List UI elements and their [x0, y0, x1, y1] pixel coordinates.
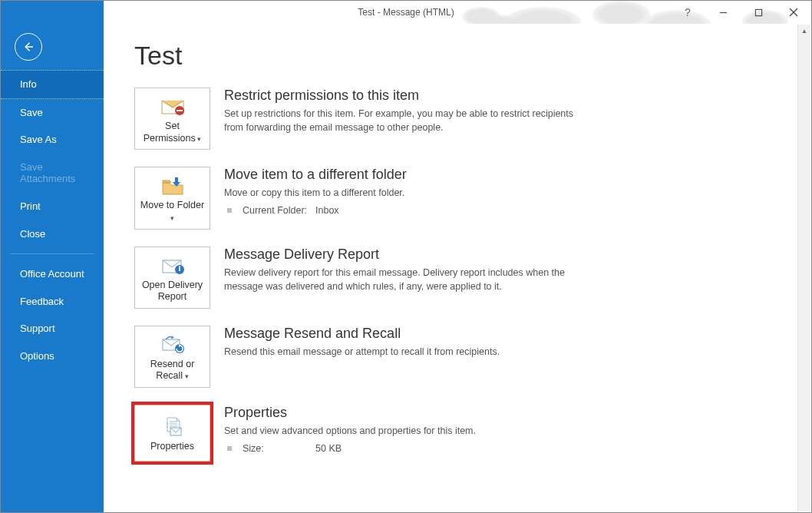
svg-point-23	[167, 426, 168, 428]
open-delivery-report-button[interactable]: Open Delivery Report	[134, 247, 210, 309]
section-title: Message Resend and Recall	[224, 326, 592, 342]
backstage-content: Test Set Permissions Restrict permission…	[104, 24, 811, 512]
sidebar-item-feedback[interactable]: Feedback	[1, 288, 104, 316]
kv-value: 50 KB	[315, 441, 342, 456]
section-kv-list: Size: 50 KB	[224, 441, 592, 456]
sidebar-item-save-attachments: Save Attachments	[1, 154, 104, 193]
minimize-icon	[719, 8, 728, 17]
section-resend-recall: Resend or Recall Message Resend and Reca…	[134, 326, 781, 388]
svg-point-22	[167, 423, 168, 425]
bullet-icon	[227, 208, 232, 213]
sidebar-separator	[10, 253, 94, 254]
section-desc: Resend this email message or attempt to …	[224, 345, 592, 359]
resend-recall-icon	[160, 334, 186, 356]
section-restrict-permissions: Set Permissions Restrict permissions to …	[134, 88, 781, 150]
move-to-folder-button[interactable]: Move to Folder	[134, 167, 210, 229]
sidebar-item-print[interactable]: Print	[1, 193, 104, 220]
back-button[interactable]	[15, 33, 42, 61]
section-delivery-report: Open Delivery Report Message Delivery Re…	[134, 247, 781, 309]
vertical-scrollbar[interactable]: ▲	[797, 25, 810, 511]
sidebar-item-label: Close	[20, 228, 45, 240]
kv-key: Current Folder:	[243, 203, 315, 218]
title-bar-blue-corner	[1, 1, 104, 24]
sidebar-item-save-as[interactable]: Save As	[1, 126, 104, 154]
set-permissions-button[interactable]: Set Permissions	[134, 88, 210, 150]
section-title: Message Delivery Report	[224, 247, 592, 263]
section-desc: Review delivery report for this email me…	[224, 266, 592, 293]
kv-value: Inbox	[315, 203, 339, 218]
sidebar-item-label: Support	[20, 323, 55, 334]
sidebar-item-office-account[interactable]: Office Account	[1, 260, 104, 288]
sidebar-item-save[interactable]: Save	[1, 99, 104, 127]
section-title: Move item to a different folder	[224, 167, 592, 183]
sidebar-item-label: Save	[20, 107, 43, 118]
svg-rect-7	[177, 110, 183, 111]
delivery-report-icon	[160, 255, 186, 276]
svg-rect-1	[755, 9, 761, 15]
move-folder-icon	[160, 175, 186, 197]
window-title: Test - Message (HTML)	[358, 7, 454, 18]
backstage-sidebar: Info Save Save As Save Attachments Print…	[1, 24, 104, 512]
tile-label: Set Permissions	[138, 121, 206, 144]
svg-rect-12	[179, 266, 180, 267]
close-icon	[789, 8, 798, 17]
section-title: Properties	[224, 405, 592, 421]
svg-marker-14	[171, 336, 174, 339]
resend-recall-button[interactable]: Resend or Recall	[134, 326, 210, 388]
sidebar-item-close[interactable]: Close	[1, 220, 104, 248]
help-icon: ?	[685, 6, 691, 18]
tile-label: Properties	[150, 441, 194, 453]
maximize-icon	[754, 8, 763, 17]
sidebar-item-label: Save Attachments	[20, 161, 75, 185]
section-desc: Move or copy this item to a different fo…	[224, 186, 592, 200]
tile-label: Move to Folder	[138, 200, 206, 223]
sidebar-item-label: Info	[20, 78, 37, 90]
title-bar: Test - Message (HTML) ?	[1, 1, 811, 24]
envelope-restricted-icon	[160, 96, 186, 117]
section-properties: Properties Properties Set and view advan…	[134, 405, 781, 462]
minimize-button[interactable]	[705, 1, 741, 24]
tile-label: Open Delivery Report	[138, 280, 206, 303]
section-title: Restrict permissions to this item	[224, 88, 592, 104]
properties-button[interactable]: Properties	[134, 405, 210, 462]
kv-row: Current Folder: Inbox	[224, 203, 592, 218]
sidebar-item-support[interactable]: Support	[1, 315, 104, 343]
close-window-button[interactable]	[776, 1, 811, 24]
section-desc: Set up restrictions for this item. For e…	[224, 107, 592, 134]
page-title: Test	[134, 41, 781, 71]
section-move-folder: Move to Folder Move item to a different …	[134, 167, 781, 229]
sidebar-item-label: Office Account	[20, 268, 84, 280]
section-desc: Set and view advanced options and proper…	[224, 424, 592, 438]
properties-icon	[160, 416, 186, 438]
section-kv-list: Current Folder: Inbox	[224, 203, 592, 218]
kv-key: Size:	[243, 441, 315, 456]
tile-label: Resend or Recall	[138, 359, 206, 382]
sidebar-item-label: Options	[20, 350, 54, 362]
sidebar-item-label: Feedback	[20, 296, 64, 307]
sidebar-item-label: Save As	[20, 134, 57, 145]
svg-rect-11	[179, 268, 180, 271]
kv-row: Size: 50 KB	[224, 441, 592, 456]
sidebar-item-label: Print	[20, 200, 41, 212]
bullet-icon	[227, 446, 232, 451]
maximize-button[interactable]	[741, 1, 776, 24]
sidebar-item-info[interactable]: Info	[1, 70, 104, 99]
help-button[interactable]: ?	[670, 1, 705, 24]
sidebar-item-options[interactable]: Options	[1, 343, 104, 370]
scroll-up-icon: ▲	[798, 25, 810, 38]
back-arrow-icon	[21, 40, 35, 54]
